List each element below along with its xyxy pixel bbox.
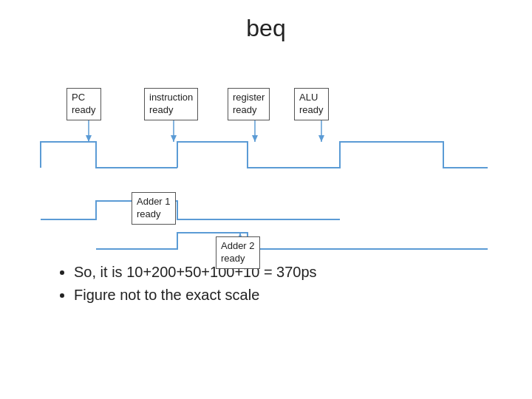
bullet-item-2: Figure not to the exact scale (74, 287, 502, 304)
register-ready-label: register ready (228, 88, 270, 120)
waveform-svg (30, 50, 502, 256)
svg-marker-7 (318, 135, 324, 142)
instruction-ready-label: instruction ready (144, 88, 198, 120)
svg-marker-1 (86, 135, 92, 142)
svg-marker-5 (252, 135, 258, 142)
adder1-ready-label: Adder 1 ready (132, 192, 176, 225)
pc-ready-label: PC ready (66, 88, 101, 120)
page-title: beq (30, 15, 502, 42)
diagram-area: PC ready instruction ready register read… (30, 50, 502, 256)
bullet-list: So, it is 10+200+50+100+10 = 370ps Figur… (30, 264, 502, 304)
adder2-ready-label: Adder 2 ready (216, 236, 260, 269)
alu-ready-label: ALU ready (294, 88, 329, 120)
svg-marker-3 (171, 135, 177, 142)
page: beq (0, 0, 532, 399)
bullet-item-1: So, it is 10+200+50+100+10 = 370ps (74, 264, 502, 281)
